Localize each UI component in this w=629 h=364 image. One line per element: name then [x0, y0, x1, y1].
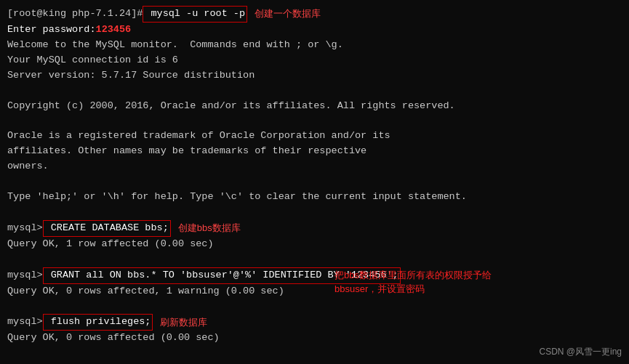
- line-blank-5: [7, 252, 622, 267]
- line-version: Server version: 5.7.17 Source distributi…: [7, 68, 622, 84]
- prompt-create: mysql>: [7, 221, 43, 236]
- line-grant: mysql> GRANT all ON bbs.* TO 'bbsuser'@'…: [7, 267, 622, 284]
- connection-text: Your MySQL connection id is 6: [7, 53, 178, 68]
- query-ok-1-text: Query OK, 1 row affected (0.00 sec): [7, 237, 214, 252]
- query-ok-2-text: Query OK, 0 rows affected, 1 warning (0.…: [7, 284, 284, 299]
- prompt-quit: mysql>: [7, 361, 43, 364]
- line-connection-id: Your MySQL connection id is 6: [7, 53, 622, 68]
- line-blank-4: [7, 205, 622, 220]
- line-oracle-2: affiliates. Other names may be trademark…: [7, 144, 622, 159]
- line-blank-7: [7, 346, 622, 361]
- command-login: mysql -u root -p: [143, 6, 247, 23]
- command-create: CREATE DATABASE bbs;: [43, 220, 171, 237]
- help-text: Type 'help;' or '\h' for help. Type '\c'…: [7, 190, 467, 205]
- line-welcome: Welcome to the MySQL monitor. Commands e…: [7, 38, 622, 53]
- line-blank-3: [7, 174, 622, 190]
- copyright-text: Copyright (c) 2000, 2016, Oracle and/or …: [7, 99, 455, 114]
- terminal: [root@king php-7.1.24]# mysql -u root -p…: [0, 0, 629, 364]
- line-create-db: mysql> CREATE DATABASE bbs; 创建bbs数据库: [7, 220, 622, 237]
- query-ok-3-text: Query OK, 0 rows affected (0.00 sec): [7, 331, 220, 346]
- line-quit: mysql> quit: [7, 361, 622, 364]
- line-help: Type 'help;' or '\h' for help. Type '\c'…: [7, 190, 622, 205]
- version-text: Server version: 5.7.17 Source distributi…: [7, 68, 255, 84]
- line-password: Enter password: 123456: [7, 23, 622, 38]
- csdn-text: CSDN @风雪一更ing: [539, 347, 622, 357]
- line-blank-2: [7, 113, 622, 129]
- oracle-text-1: Oracle is a registered trademark of Orac…: [7, 129, 390, 144]
- line-copyright: Copyright (c) 2000, 2016, Oracle and/or …: [7, 99, 622, 114]
- prompt-login: [root@king php-7.1.24]#: [7, 7, 143, 22]
- prompt-flush: mysql>: [7, 315, 43, 330]
- line-login: [root@king php-7.1.24]# mysql -u root -p…: [7, 6, 622, 23]
- line-query-ok-2: Query OK, 0 rows affected, 1 warning (0.…: [7, 284, 622, 299]
- line-blank-6: [7, 299, 622, 315]
- command-flush: flush privileges;: [43, 314, 153, 331]
- welcome-text: Welcome to the MySQL monitor. Commands e…: [7, 38, 343, 53]
- prompt-grant: mysql>: [7, 268, 43, 283]
- block-annotation: 把bbs数据库里面所有表的权限授予给bbsuser，并设置密码: [334, 268, 492, 296]
- line-oracle-1: Oracle is a registered trademark of Orac…: [7, 129, 622, 144]
- command-quit: quit: [43, 361, 73, 364]
- line-query-ok-3: Query OK, 0 rows affected (0.00 sec): [7, 331, 622, 346]
- annotation-create: 创建bbs数据库: [178, 221, 241, 235]
- oracle-text-3: owners.: [7, 159, 49, 174]
- oracle-text-2: affiliates. Other names may be trademark…: [7, 144, 366, 159]
- line-query-ok-1: Query OK, 1 row affected (0.00 sec): [7, 237, 622, 252]
- annotation-login: 创建一个数据库: [255, 7, 321, 21]
- annotation-flush: 刷新数据库: [160, 315, 207, 330]
- line-oracle-3: owners.: [7, 159, 622, 174]
- line-flush: mysql> flush privileges; 刷新数据库: [7, 314, 622, 331]
- line-blank-1: [7, 84, 622, 99]
- password-value: 123456: [96, 23, 132, 38]
- password-label: Enter password:: [7, 23, 96, 38]
- csdn-watermark: CSDN @风雪一更ing: [539, 346, 622, 358]
